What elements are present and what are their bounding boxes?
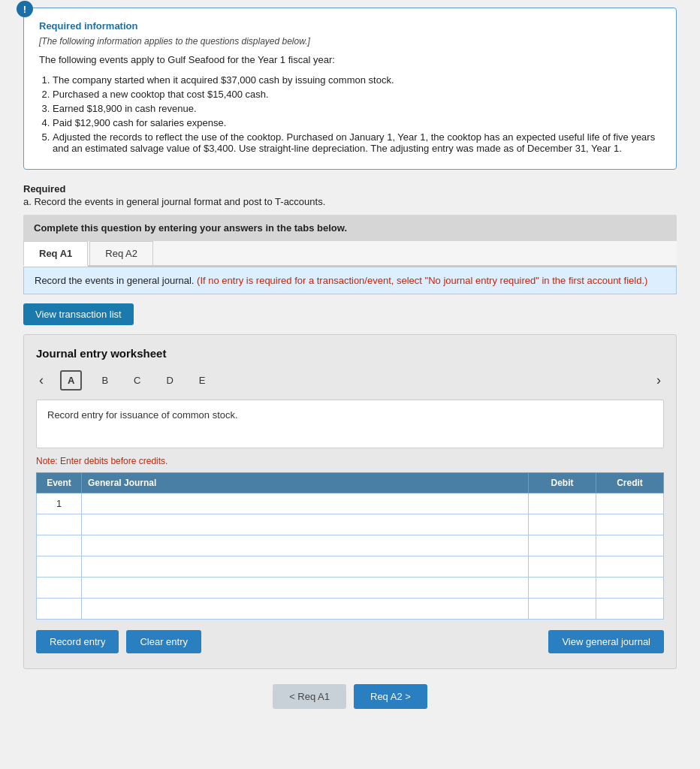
col-header-debit: Debit [529,473,596,493]
info-list: The company started when it acquired $37… [39,74,661,154]
info-intro: The following events apply to Gulf Seafo… [39,54,661,65]
bottom-next-button[interactable]: Req A2 > [354,684,427,709]
view-general-journal-button[interactable]: View general journal [548,630,664,653]
blue-banner: Record the events in general journal. (I… [23,267,677,294]
credit-input[interactable] [596,556,663,577]
event-cell [37,535,82,556]
event-cell: 1 [37,493,82,514]
journal-cell[interactable] [82,599,529,620]
worksheet-box: Journal entry worksheet ‹ A B C D E › Re… [23,334,677,669]
banner-text-red: (If no entry is required for a transacti… [197,275,647,286]
view-transaction-button[interactable]: View transaction list [23,303,134,325]
debit-input[interactable] [529,535,596,556]
event-cell [37,599,82,620]
credit-cell[interactable] [596,535,664,556]
bottom-nav: < Req A1 Req A2 > [23,684,677,709]
table-row [37,535,664,556]
nav-letter-e[interactable]: E [193,372,212,389]
debit-input[interactable] [529,556,596,577]
table-row [37,556,664,578]
debit-cell[interactable] [529,535,596,556]
list-item: Adjusted the records to reflect the use … [53,131,661,154]
debit-cell[interactable] [529,599,596,620]
journal-input[interactable] [82,535,528,556]
info-box: ! Required information [The following in… [23,8,677,170]
worksheet-title: Journal entry worksheet [36,347,664,360]
table-row [37,514,664,535]
bottom-prev-button[interactable]: < Req A1 [273,684,346,709]
record-entry-button[interactable]: Record entry [36,630,119,653]
journal-input[interactable] [82,556,528,577]
list-item: Purchased a new cooktop that cost $15,40… [53,89,661,100]
journal-cell[interactable] [82,578,529,599]
credit-input[interactable] [596,599,663,619]
list-item: The company started when it acquired $37… [53,74,661,86]
debit-input[interactable] [529,514,596,535]
credit-cell[interactable] [596,556,664,578]
table-row: 1 [37,493,664,514]
nav-letter-c[interactable]: C [128,372,146,389]
info-icon: ! [17,1,33,17]
table-row [37,599,664,620]
credit-input[interactable] [596,493,663,514]
entry-description: Record entry for issuance of common stoc… [36,400,664,448]
credit-input[interactable] [596,514,663,535]
credit-cell[interactable] [596,599,664,620]
journal-table: Event General Journal Debit Credit 1 [36,472,664,620]
journal-cell[interactable] [82,493,529,514]
nav-letter-a[interactable]: A [60,370,82,391]
debit-cell[interactable] [529,556,596,578]
event-cell [37,556,82,578]
credit-cell[interactable] [596,578,664,599]
credit-cell[interactable] [596,514,664,535]
col-header-event: Event [37,473,82,493]
required-instruction: a. Record the events in general journal … [23,196,677,207]
debit-input[interactable] [529,578,596,598]
debit-cell[interactable] [529,493,596,514]
debit-input[interactable] [529,493,596,514]
credit-input[interactable] [596,578,663,598]
journal-input[interactable] [82,493,528,514]
nav-next-arrow[interactable]: › [653,372,664,388]
debit-cell[interactable] [529,578,596,599]
col-header-journal: General Journal [82,473,529,493]
tabs-row: Req A1 Req A2 [23,241,677,267]
nav-letter-d[interactable]: D [160,372,179,389]
required-label: Required [23,183,677,195]
tab-req-a1[interactable]: Req A1 [23,241,88,267]
credit-cell[interactable] [596,493,664,514]
nav-row: ‹ A B C D E › [36,370,664,391]
journal-input[interactable] [82,578,528,598]
table-row [37,578,664,599]
complete-bar: Complete this question by entering your … [23,215,677,241]
required-section: Required a. Record the events in general… [23,183,677,207]
event-cell [37,578,82,599]
debit-input[interactable] [529,599,596,619]
banner-text-plain: Record the events in general journal. [35,275,197,286]
journal-input[interactable] [82,514,528,535]
info-title: Required information [39,20,661,32]
entry-note: Note: Enter debits before credits. [36,456,664,466]
col-header-credit: Credit [596,473,664,493]
list-item: Paid $12,900 cash for salaries expense. [53,117,661,128]
info-subtitle: [The following information applies to th… [39,36,661,47]
event-cell [37,514,82,535]
credit-input[interactable] [596,535,663,556]
list-item: Earned $18,900 in cash revenue. [53,103,661,114]
debit-cell[interactable] [529,514,596,535]
nav-letter-b[interactable]: B [95,372,114,389]
clear-entry-button[interactable]: Clear entry [126,630,201,653]
journal-cell[interactable] [82,535,529,556]
nav-prev-arrow[interactable]: ‹ [36,372,47,388]
journal-input[interactable] [82,599,528,619]
buttons-row: Record entry Clear entry View general jo… [36,630,664,653]
journal-cell[interactable] [82,514,529,535]
tab-req-a2[interactable]: Req A2 [89,241,153,265]
journal-cell[interactable] [82,556,529,578]
